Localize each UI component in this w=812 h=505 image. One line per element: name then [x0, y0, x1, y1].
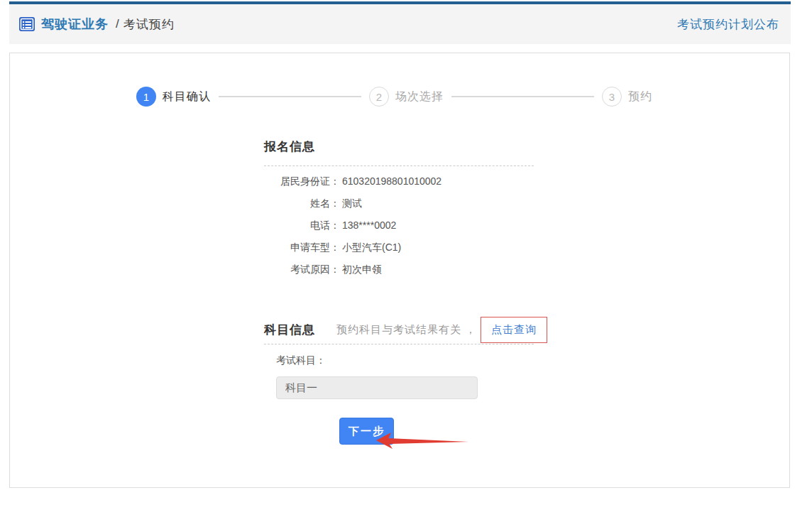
field-value: 138****0002	[342, 217, 396, 233]
step-2-label: 场次选择	[395, 89, 444, 104]
step-connector	[451, 96, 594, 97]
field-label: 电话：	[264, 217, 340, 233]
field-value: 测试	[342, 195, 362, 211]
step-1-label: 科目确认	[163, 89, 211, 104]
divider	[264, 165, 534, 166]
field-phone: 电话： 138****0002	[264, 217, 441, 233]
next-step-button[interactable]: 下一步	[339, 418, 394, 445]
field-id-number: 居民身份证： 610320198801010002	[264, 173, 441, 189]
page-header: 驾驶证业务 / 考试预约 考试预约计划公布	[9, 4, 791, 44]
subject-info-header: 科目信息 预约科目与考试结果有关 ， 点击查询	[264, 315, 547, 344]
annotation-highlight-box: 点击查询	[481, 317, 547, 343]
field-label: 姓名：	[264, 195, 340, 211]
field-value: 610320198801010002	[342, 173, 441, 189]
click-to-query-link[interactable]: 点击查询	[491, 323, 537, 335]
main-panel: 1 科目确认 2 场次选择 3 预约 报名信息 居民身份证： 610320198…	[9, 53, 790, 488]
exam-plan-announcement-link[interactable]: 考试预约计划公布	[677, 16, 779, 33]
field-value: 初次申领	[342, 261, 382, 277]
field-exam-reason: 考试原因： 初次申领	[264, 261, 441, 277]
subject-info-heading: 科目信息	[264, 322, 315, 338]
breadcrumb-current: 考试预约	[124, 16, 175, 33]
step-indicator: 1 科目确认 2 场次选择 3 预约	[136, 87, 652, 107]
subject-hint-text: 预约科目与考试结果有关 ，	[336, 323, 476, 337]
step-3-circle: 3	[602, 87, 622, 107]
exam-appointment-page: 驾驶证业务 / 考试预约 考试预约计划公布 1 科目确认 2 场次选择 3 预约…	[0, 0, 812, 505]
field-value: 小型汽车(C1)	[342, 239, 401, 255]
field-label: 申请车型：	[264, 239, 340, 255]
divider	[264, 344, 534, 344]
exam-subject-label: 考试科目：	[276, 354, 326, 367]
registration-fields: 居民身份证： 610320198801010002 姓名： 测试 电话： 138…	[264, 173, 441, 283]
field-label: 考试原因：	[264, 261, 340, 277]
step-2-circle: 2	[369, 87, 389, 107]
step-connector	[219, 96, 361, 97]
list-icon	[18, 16, 35, 32]
field-label: 居民身份证：	[264, 173, 340, 189]
registration-info-heading: 报名信息	[264, 139, 315, 155]
step-3-label: 预约	[628, 89, 652, 104]
step-1-circle: 1	[136, 87, 156, 107]
exam-subject-input[interactable]	[276, 376, 478, 399]
field-vehicle-type: 申请车型： 小型汽车(C1)	[264, 239, 441, 255]
breadcrumb-section: 驾驶证业务	[41, 16, 109, 33]
breadcrumb-separator: /	[116, 17, 119, 31]
field-name: 姓名： 测试	[264, 195, 441, 211]
